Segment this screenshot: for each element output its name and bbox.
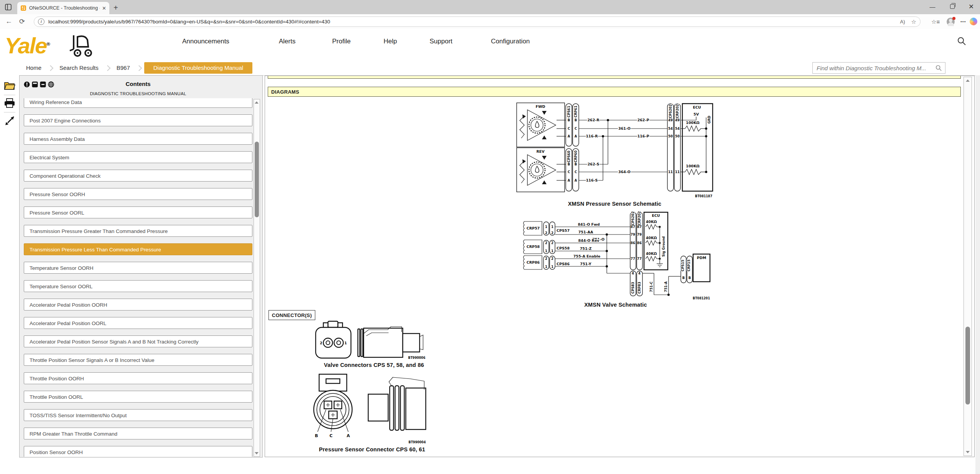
contents-list-item[interactable]: Wiring Reference Data	[24, 98, 252, 108]
read-aloud-icon[interactable]: A)	[900, 19, 905, 25]
nav-announcements[interactable]: Announcements	[182, 38, 229, 45]
svg-text:79: 79	[637, 233, 642, 236]
nav-configuration[interactable]: Configuration	[491, 38, 530, 45]
yale-logo[interactable]: Yale®	[5, 33, 49, 57]
nav-help[interactable]: Help	[384, 38, 397, 45]
svg-text:116-P: 116-P	[637, 134, 649, 138]
expand-resize-icon[interactable]	[4, 115, 15, 127]
svg-text:4: 4	[632, 271, 634, 275]
breadcrumb-dtm-active[interactable]: Diagnostic Troubleshooting Manual	[144, 62, 252, 74]
svg-text:Sig Ground: Sig Ground	[662, 236, 665, 257]
scroll-down-icon[interactable]	[966, 451, 970, 453]
contents-list-item[interactable]: Electrical System	[24, 151, 252, 163]
new-tab-button[interactable]: +	[114, 4, 118, 12]
content-scrollbar-thumb[interactable]	[965, 327, 970, 405]
contents-list-item[interactable]: Throttle Position OORL	[24, 391, 252, 403]
contents-list-item[interactable]: Harness Assembly Data	[24, 133, 252, 145]
svg-text:2: 2	[545, 231, 547, 235]
find-within-input[interactable]	[816, 64, 935, 72]
svg-text:C: C	[568, 127, 570, 130]
svg-text:87: 87	[631, 225, 635, 229]
scroll-down-icon[interactable]	[255, 452, 259, 454]
svg-text:11: 11	[675, 170, 680, 174]
window-scrollbar[interactable]	[975, 75, 980, 474]
contents-list-item[interactable]: Accelerator Pedal Position Sensor Signal…	[24, 335, 252, 347]
favorite-star-icon[interactable]: ☆	[911, 18, 916, 25]
contents-list-item[interactable]: Accelerator Pedal Position OORL	[24, 317, 252, 329]
info-icon[interactable]	[24, 81, 30, 88]
svg-text:2: 2	[320, 341, 323, 345]
svg-text:841-O Fwd: 841-O Fwd	[578, 222, 600, 226]
contents-list-item[interactable]: TOSS/TISS Sensor Intermittent/No Output	[24, 409, 252, 421]
scroll-up-icon[interactable]	[966, 79, 970, 82]
url-text[interactable]: localhost:9999/products/yale/us/b967/764…	[48, 19, 894, 25]
contents-list-item[interactable]: RPM Greater Than Throttle Command	[24, 428, 252, 439]
breadcrumb-search-results[interactable]: Search Results	[56, 62, 102, 74]
svg-text:1: 1	[344, 341, 347, 345]
svg-text:B: B	[575, 162, 577, 166]
svg-text:262-R: 262-R	[587, 118, 600, 122]
contents-list-item[interactable]: Temperature Sensor OORL	[24, 280, 252, 292]
copilot-icon[interactable]	[970, 18, 977, 25]
svg-text:86: 86	[631, 241, 635, 245]
collapse-all-icon[interactable]	[40, 81, 46, 88]
figure-ref: BT990004	[408, 441, 426, 444]
restore-button[interactable]	[944, 0, 961, 13]
globe-icon[interactable]	[48, 81, 54, 88]
contents-list-item[interactable]: Throttle Position Sensor Signals A or B …	[24, 354, 252, 366]
contents-list-item[interactable]: Component Operational Check	[24, 170, 252, 182]
tab-title: ONeSOURCE - Troubleshooting -	[29, 5, 100, 11]
print-icon[interactable]	[4, 98, 15, 108]
content-scrollbar[interactable]	[964, 77, 972, 456]
expand-all-icon[interactable]	[32, 81, 38, 88]
svg-text:844-O Rev: 844-O Rev	[578, 238, 600, 243]
find-within-box[interactable]	[812, 62, 945, 74]
svg-text:B: B	[315, 433, 318, 438]
tab-close-icon[interactable]: ✕	[102, 5, 106, 11]
address-bar[interactable]: i localhost:9999/products/yale/us/b967/7…	[34, 17, 921, 27]
figure-ref: BT081187	[695, 195, 712, 198]
contents-list-item[interactable]: Pressure Sensor OORL	[24, 206, 252, 218]
contents-scrollbar-thumb[interactable]	[255, 142, 259, 217]
nav-profile[interactable]: Profile	[332, 38, 351, 45]
contents-list-item[interactable]: Pressure Sensor OORH	[24, 188, 252, 200]
favorites-bar-icon[interactable]: ☆≡	[931, 18, 940, 25]
contents-list-item[interactable]: Position Sensor OORH	[24, 446, 252, 457]
contents-list-item[interactable]: Transmission Pressure Less Than Commande…	[24, 243, 252, 255]
svg-text:ECU: ECU	[693, 105, 701, 109]
tab-actions-icon[interactable]	[5, 4, 12, 10]
back-icon[interactable]: ←	[5, 17, 12, 25]
find-search-icon[interactable]	[935, 64, 942, 71]
schematic1-caption: XMSN Pressure Sensor Schematic	[516, 201, 713, 207]
site-search-icon[interactable]	[957, 36, 966, 46]
contents-list-item[interactable]: Accelerator Pedal Position OORH	[24, 299, 252, 310]
profile-avatar[interactable]	[947, 18, 955, 26]
svg-text:1: 1	[545, 265, 547, 269]
connector1-caption: Valve Connectors CPS 57, 58, and 86	[311, 362, 437, 368]
site-info-icon[interactable]: i	[38, 18, 44, 25]
refresh-icon[interactable]: ⟳	[19, 17, 25, 26]
breadcrumb-b967[interactable]: B967	[113, 62, 134, 74]
contents-list-item[interactable]: Throttle Position OORH	[24, 372, 252, 384]
contents-list-item[interactable]: Post 2007 Engine Connections	[24, 114, 252, 126]
contents-list-item[interactable]: Temperature Sensor OORH	[24, 262, 252, 274]
svg-text:C: C	[575, 170, 577, 174]
contents-list-item[interactable]: Transmission Pressure Greater Than Comma…	[24, 225, 252, 237]
minimize-button[interactable]: —	[924, 0, 941, 13]
breadcrumb-home[interactable]: Home	[22, 62, 45, 74]
svg-text:751-A: 751-A	[664, 281, 668, 292]
contents-scrollbar[interactable]	[254, 99, 260, 457]
svg-text:ECU: ECU	[652, 213, 660, 218]
settings-more-icon[interactable]: •••	[960, 19, 966, 24]
svg-text:C: C	[575, 127, 577, 130]
svg-text:4: 4	[638, 271, 641, 275]
svg-text:100KΩ: 100KΩ	[686, 121, 699, 125]
browser-tab[interactable]: ONeSOURCE - Troubleshooting - ✕	[17, 2, 109, 14]
nav-support[interactable]: Support	[430, 38, 453, 45]
open-folder-icon[interactable]	[4, 81, 15, 91]
svg-text:1: 1	[551, 225, 553, 229]
nav-alerts[interactable]: Alerts	[279, 38, 295, 45]
close-window-button[interactable]: ✕	[962, 0, 980, 13]
svg-text:2: 2	[545, 257, 547, 261]
scroll-up-icon[interactable]	[255, 101, 259, 104]
